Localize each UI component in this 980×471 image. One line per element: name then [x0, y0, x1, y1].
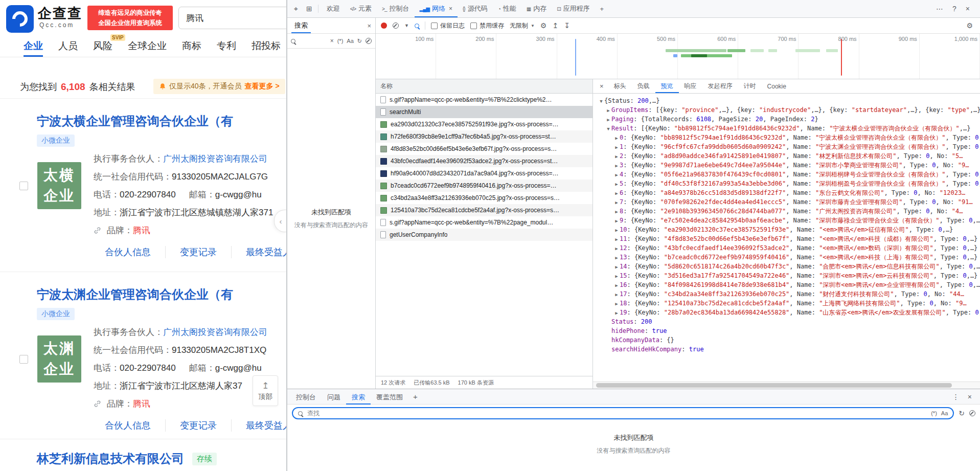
- drawer-menu-icon[interactable]: ⋮: [952, 393, 960, 401]
- qcc-logo-icon[interactable]: [6, 5, 34, 33]
- qcc-nav-tab[interactable]: 专利: [217, 35, 236, 57]
- match-case-toggle[interactable]: Aa: [941, 410, 948, 416]
- devtools-tab[interactable]: ▦内存×: [521, 1, 552, 17]
- partner-link[interactable]: 广州太阁投资咨询有限公司: [163, 154, 267, 164]
- requests-header[interactable]: 名称: [376, 79, 592, 94]
- company-checkbox[interactable]: [19, 355, 28, 364]
- network-settings-icon[interactable]: ⚙: [966, 21, 973, 30]
- disable-cache-checkbox[interactable]: 禁用缓存: [470, 21, 504, 30]
- close-detail-icon[interactable]: ×: [595, 82, 608, 90]
- refresh-icon[interactable]: ↻: [959, 409, 965, 417]
- clear-search-icon[interactable]: [969, 410, 975, 416]
- detail-tab[interactable]: 响应: [679, 79, 702, 93]
- clear-results-icon[interactable]: [366, 38, 372, 44]
- qcc-nav-tab[interactable]: 商标: [182, 35, 201, 57]
- checkbox[interactable]: [470, 23, 477, 29]
- request-row[interactable]: 43bfc0ecdfaedf14ee396092f53adce2.jpg?x-o…: [376, 155, 592, 167]
- request-row[interactable]: searchMulti: [376, 106, 592, 118]
- drawer-tab[interactable]: 搜索: [346, 390, 371, 405]
- find-input[interactable]: [306, 409, 927, 417]
- clear-input-icon[interactable]: ×: [330, 37, 334, 44]
- close-devtools-icon[interactable]: ×: [966, 5, 970, 13]
- network-search-icon[interactable]: [415, 24, 419, 28]
- qcc-nav-tab[interactable]: 人员: [58, 35, 78, 57]
- detail-tab[interactable]: Cookie: [762, 79, 792, 93]
- network-conditions-icon[interactable]: ⚙: [540, 21, 547, 30]
- request-row[interactable]: getUserCompanyInfo: [376, 229, 592, 241]
- regex-toggle[interactable]: (*): [337, 38, 344, 44]
- preview-tree[interactable]: ▼{Status: 200,…}▶GroupItems: [{key: "pro…: [593, 94, 980, 382]
- inspect-icon[interactable]: ⌖: [291, 5, 301, 13]
- request-row[interactable]: b7ceadc0cd6772eef9b9748959f40416.jpg?x-o…: [376, 180, 592, 192]
- filter-icon[interactable]: ▼: [404, 23, 409, 28]
- devtools-tab[interactable]: +×: [595, 1, 609, 17]
- qcc-nav-tab[interactable]: 企业: [24, 35, 43, 57]
- company-action-link[interactable]: 最终受益人: [231, 419, 286, 432]
- match-case-toggle[interactable]: Aa: [347, 38, 353, 44]
- company-action-link[interactable]: 合伙人信息: [105, 246, 151, 258]
- company-checkbox[interactable]: [19, 182, 28, 190]
- devtools-tab[interactable]: 欢迎×: [322, 1, 345, 17]
- drawer-tab[interactable]: 问题: [322, 390, 346, 405]
- help-icon[interactable]: ?: [952, 5, 956, 13]
- horizontal-scrollbar[interactable]: [593, 382, 980, 389]
- devtools-tab[interactable]: {}源代码×: [458, 1, 493, 17]
- preserve-log-checkbox[interactable]: 保留日志: [431, 21, 465, 30]
- request-row[interactable]: hf90a9c40007d8d23432071da7ac9a04.jpg?x-o…: [376, 167, 592, 180]
- devtools-tab[interactable]: ⊡应用程序×: [552, 1, 595, 17]
- request-row[interactable]: ea2903d021320c37ece385752591f93e.jpg?x-o…: [376, 118, 592, 130]
- qcc-nav-tab[interactable]: 招投标: [252, 35, 281, 57]
- detail-tab[interactable]: 标头: [608, 79, 632, 93]
- back-to-top-button[interactable]: ↥ 顶部: [253, 375, 278, 406]
- drawer-tab[interactable]: 控制台: [290, 390, 322, 405]
- company-action-link[interactable]: 变更记录: [165, 246, 217, 258]
- brand-value[interactable]: 腾讯: [133, 226, 150, 235]
- company-title[interactable]: 宁波太渊企业管理咨询合伙企业（有: [37, 286, 286, 303]
- close-drawer-icon[interactable]: ×: [968, 393, 972, 401]
- request-row[interactable]: s.gif?appName=qcc-pc-web&entity=%7B%22cl…: [376, 94, 592, 106]
- drawer-tab[interactable]: 覆盖范围: [371, 390, 408, 405]
- company-action-link[interactable]: 最终受益人: [231, 246, 286, 258]
- request-row[interactable]: c34bd2aa34e8ff3a21263936eb070c25.jpg?x-o…: [376, 192, 592, 204]
- company-action-link[interactable]: 合伙人信息: [105, 419, 151, 432]
- promo-see-more-link[interactable]: 查看更多 >: [245, 82, 280, 91]
- export-har-icon[interactable]: ↧: [564, 21, 570, 30]
- request-row[interactable]: s.gif?appName=qcc-pc-web&entity=%7B%22pa…: [376, 216, 592, 229]
- company-action-link[interactable]: 变更记录: [165, 419, 217, 432]
- detail-tab[interactable]: 负载: [632, 79, 655, 93]
- devtools-tab[interactable]: ▂▄▆网络×: [415, 1, 458, 17]
- vip-promo-pill[interactable]: 仅显示40条，开通会员 查看更多 >: [153, 79, 285, 94]
- request-row[interactable]: h72fe680f39cb8e9e1cff9a7fec6b4a5.jpg?x-o…: [376, 130, 592, 143]
- search-pane-input[interactable]: [299, 37, 327, 45]
- clear-network-log-icon[interactable]: [393, 23, 399, 29]
- request-row[interactable]: 125410a73bc75d2eca81cdcbe5f2a4af.jpg?x-o…: [376, 204, 592, 216]
- find-input-wrapper[interactable]: (*) Aa: [292, 407, 954, 419]
- add-drawer-tab-icon[interactable]: +: [408, 392, 422, 401]
- devtools-tab[interactable]: ◔性能×: [493, 1, 521, 17]
- refresh-icon[interactable]: ↻: [357, 38, 362, 44]
- throttling-select[interactable]: 无限制▼: [510, 21, 535, 30]
- devtools-tab[interactable]: >_控制台×: [377, 1, 414, 17]
- tab-close-icon[interactable]: ×: [449, 5, 452, 12]
- detail-tab[interactable]: 计时: [738, 79, 762, 93]
- device-toolbar-icon[interactable]: ⊞: [304, 5, 315, 13]
- checkbox[interactable]: [431, 23, 438, 29]
- record-icon[interactable]: [381, 23, 387, 29]
- regex-toggle[interactable]: (*): [931, 410, 937, 416]
- brand-value[interactable]: 腾讯: [133, 399, 150, 409]
- company-title[interactable]: 林芝利新信息技术有限公司: [37, 451, 184, 467]
- qcc-search-input[interactable]: [178, 7, 287, 29]
- detail-tab[interactable]: 预览: [655, 79, 679, 93]
- import-har-icon[interactable]: ↥: [552, 21, 558, 30]
- qcc-nav-tab[interactable]: 风险SVIP: [93, 35, 112, 57]
- qcc-nav-tab[interactable]: 全球企业: [128, 35, 167, 57]
- network-overview[interactable]: 100 ms200 ms300 ms400 ms500 ms600 ms700 …: [376, 34, 980, 79]
- close-search-pane-icon[interactable]: ×: [367, 22, 371, 30]
- detail-tab[interactable]: 发起程序: [702, 79, 738, 93]
- scrollbar-thumb[interactable]: [596, 383, 952, 388]
- devtools-tab[interactable]: </>元素×: [345, 1, 377, 17]
- request-row[interactable]: 4f8d83e52bc00d66ef5b43e6e3efb67f.jpg?x-o…: [376, 143, 592, 155]
- company-title[interactable]: 宁波太横企业管理咨询合伙企业（有: [37, 113, 286, 129]
- more-menu-icon[interactable]: ⋯: [936, 5, 943, 13]
- name-column-header[interactable]: 名称: [380, 82, 393, 91]
